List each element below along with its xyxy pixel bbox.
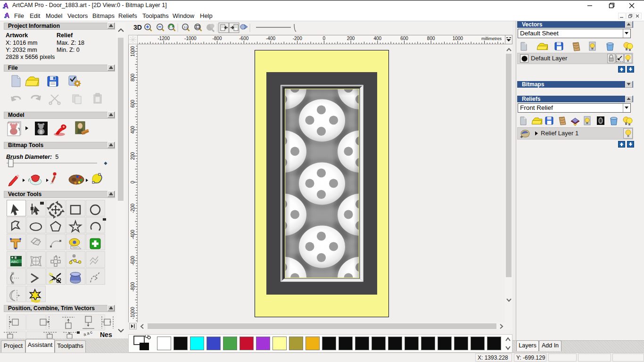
svg-text:millimetres: millimetres [481, 36, 502, 41]
svg-text:ABC: ABC [11, 260, 19, 264]
svg-text:-400: -400 [266, 36, 275, 41]
svg-text:-800: -800 [213, 36, 222, 41]
svg-text:-400: -400 [130, 230, 135, 239]
svg-text:-200: -200 [293, 36, 302, 41]
svg-text:800: 800 [130, 74, 135, 82]
svg-text:Nes: Nes [100, 331, 112, 338]
svg-text:-600: -600 [239, 36, 248, 41]
svg-text:400: 400 [373, 36, 381, 41]
svg-text:-1000: -1000 [184, 36, 197, 41]
svg-text:-200: -200 [130, 204, 135, 213]
svg-text:-600: -600 [130, 256, 135, 265]
svg-text:+: + [520, 134, 523, 140]
svg-text:600: 600 [130, 99, 135, 107]
svg-text:200: 200 [130, 152, 135, 160]
svg-text:800: 800 [427, 36, 435, 41]
svg-text:200: 200 [347, 36, 355, 41]
svg-text:600: 600 [400, 36, 408, 41]
svg-text:-1200: -1200 [157, 36, 170, 41]
svg-text:1:1: 1:1 [184, 26, 188, 29]
svg-text:0: 0 [323, 36, 326, 41]
svg-text:a a c: a a c [83, 329, 93, 337]
svg-text:1000: 1000 [453, 36, 463, 41]
svg-text:-800: -800 [130, 282, 135, 291]
svg-text:1000: 1000 [130, 46, 135, 57]
svg-text:0: 0 [130, 181, 135, 183]
svg-text:-1000: -1000 [130, 307, 135, 319]
svg-text:400: 400 [130, 126, 135, 134]
